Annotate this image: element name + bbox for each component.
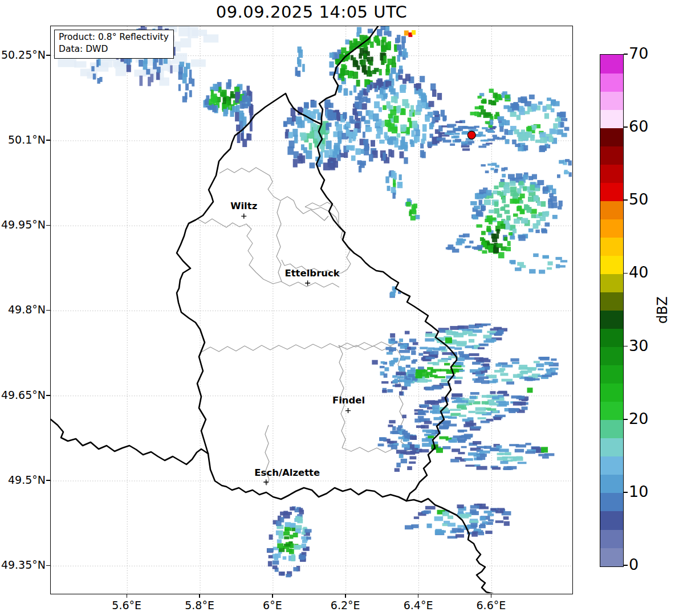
echo-cell [565,159,570,162]
echo-cell [313,124,318,130]
echo-cell [515,144,520,147]
echo-cell [364,70,367,75]
echo-cell [475,193,479,199]
echo-cell [297,71,300,77]
echo-cell [409,462,416,464]
echo-cell [465,464,475,467]
echo-cell [299,508,303,512]
echo-cell [273,561,279,565]
echo-cell [501,224,506,229]
echo-cell [487,218,493,222]
echo-cell [425,357,434,359]
echo-cell [483,340,494,342]
echo-cell [223,97,226,104]
y-tick-label: 49.65°N [0,389,46,401]
echo-cell [515,449,524,452]
echo-cell [363,132,365,138]
echo-cell [397,376,404,379]
echo-cell [227,101,230,105]
echo-cell [368,28,373,33]
y-tick-label: 49.5°N [0,474,46,486]
echo-cell [424,421,432,425]
echo-cell [496,445,502,448]
echo-cell [232,106,237,112]
y-tick-mark [46,565,50,566]
echo-cell [458,452,465,454]
colorbar-segment [600,329,623,348]
echo-cell [382,390,387,393]
echo-cell [482,250,487,254]
echo-cell [413,436,417,439]
echo-cell [503,468,513,470]
echo-cell [459,415,466,417]
echo-cell [380,26,385,30]
echo-cell [495,511,503,513]
echo-cell [499,368,505,371]
echo-cell [514,219,520,224]
echo-cell [496,401,506,403]
x-tick-label: 6.4°E [390,599,447,611]
echo-cell [441,110,445,117]
echo-cell [355,148,360,154]
colorbar-segment [600,109,623,128]
echo-cell [411,524,418,528]
radar-site-dot [467,131,475,139]
colorbar-segment [600,311,623,329]
echo-cell [430,374,438,377]
echo-cell [340,69,344,76]
echo-cell [441,397,448,401]
echo-cell [390,109,396,115]
echo-cell [349,91,352,95]
echo-cell [387,441,394,444]
colorbar-tick-label: 0 [629,556,639,573]
echo-cell [485,531,492,534]
echo-cell [510,199,517,204]
colorbar-tick-label: 40 [629,263,648,281]
echo-cell [490,391,495,394]
echo-cell [532,126,536,130]
echo-cell [291,554,295,558]
echo-cell [524,111,530,115]
echo-cell [298,47,302,53]
echo-cell [399,379,406,382]
echo-cell [470,112,476,115]
echo-cell [489,210,494,214]
echo-cell [500,179,505,182]
echo-cell [213,84,218,90]
echo-cell [489,100,493,104]
echo-cell-strong [527,387,532,393]
echo-cell [425,333,436,337]
echo-cell [459,514,469,519]
echo-cell [560,122,564,128]
echo-cell [492,134,497,137]
echo-cell [465,246,470,248]
echo-cell [341,77,345,81]
echo-cell [235,112,239,122]
echo-cell [517,188,522,194]
echo-cell [93,74,96,79]
echo-cell [462,148,470,150]
echo-cell [494,201,498,206]
echo-cell [464,458,473,461]
echo-cell [450,409,461,411]
echo-cell [383,105,387,110]
echo-cell [452,401,463,403]
echo-cell [426,431,435,434]
echo-cell [302,540,307,543]
echo-cell [481,324,491,326]
echo-cell [444,363,450,366]
echo-cell [391,171,396,178]
colorbar-segment [600,402,623,421]
colorbar-segment [600,91,623,110]
echo-cell [127,65,131,72]
echo-cell [480,516,486,521]
echo-cell [523,186,527,190]
echo-cell [495,169,498,171]
echo-cell [311,100,316,107]
echo-cell [509,444,519,446]
echo-cell [548,198,552,202]
echo-cell [506,381,514,385]
echo-cell [304,529,311,532]
echo-cell [513,214,518,217]
echo-cell [477,466,487,470]
